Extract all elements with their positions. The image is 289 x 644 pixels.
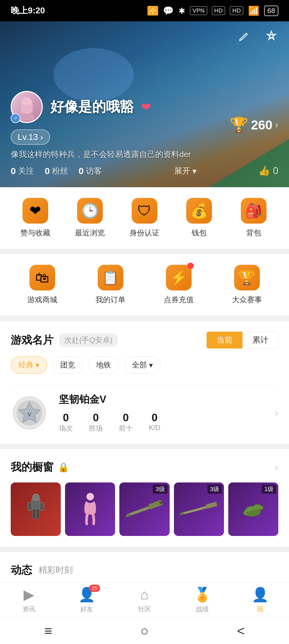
store-icon: 🛍	[35, 270, 49, 286]
rank-stat-games: 0 场次	[59, 412, 73, 433]
news-icon: ▶	[24, 586, 34, 603]
menu-grid-2: 🛍 游戏商城 📋 我的订单 ⚡ 点券充值 🏆 大众赛事	[11, 265, 278, 305]
nav-item-news[interactable]: ▶ 资讯	[0, 582, 58, 617]
like-area[interactable]: 👍 0	[258, 165, 278, 177]
menu-item-store[interactable]: 🛍 游戏商城	[11, 265, 74, 305]
nav-item-friends[interactable]: 15 👤 好友	[58, 582, 116, 617]
svg-rect-16	[149, 500, 163, 509]
mi-icon: 小	[147, 6, 158, 16]
friends-label: 好友	[80, 605, 93, 614]
backpack-icon: 🎒	[245, 203, 263, 219]
vpn-badge: VPN	[190, 6, 207, 15]
menu-item-backpack[interactable]: 🎒 背包	[229, 198, 278, 238]
orders-icon: 📋	[102, 270, 119, 286]
likes-label: 赞与收藏	[20, 228, 50, 238]
friends-badge: 15	[89, 585, 100, 592]
rank-games-label: 场次	[59, 424, 73, 433]
rank-stat-wins: 0 胜场	[89, 412, 103, 433]
community-icon: ⌂	[140, 586, 149, 603]
identity-label: 身份认证	[130, 228, 159, 238]
fans-stat[interactable]: 0 粉丝	[45, 166, 68, 177]
menu-item-wallet[interactable]: 💰 钱包	[174, 198, 224, 238]
follow-count: 0	[11, 166, 16, 176]
home-button[interactable]: ○	[134, 623, 155, 639]
like-count: 0	[273, 165, 278, 177]
hd-badge2: HD	[230, 6, 243, 15]
menu-item-history[interactable]: 🕒 最近浏览	[65, 198, 115, 238]
nav-items: ▶ 资讯 15 👤 好友 ⌂ 社区 🏅 战绩 👤 我	[0, 582, 289, 617]
menu-item-identity[interactable]: 🛡 身份认证	[120, 198, 169, 238]
svg-text:V: V	[28, 411, 32, 418]
filter-all[interactable]: 全部 ▾	[124, 356, 161, 374]
showcase-header: 我的橱窗 🔒 ›	[11, 460, 278, 474]
topup-label: 点券充值	[164, 295, 194, 305]
tab-accumulate[interactable]: 累计	[242, 332, 278, 348]
rank-kd-label: K/D	[149, 424, 160, 432]
tournament-icon-box: 🏆	[234, 265, 260, 290]
history-icon-box: 🕒	[77, 198, 103, 224]
menu-grid-1: ❤ 赞与收藏 🕒 最近浏览 🛡 身份认证 💰 钱包 🎒 背包	[11, 198, 278, 238]
showcase-item-2[interactable]	[65, 482, 115, 536]
level-arrow: ›	[40, 132, 43, 142]
svg-rect-20	[206, 502, 218, 509]
svg-rect-12	[33, 509, 35, 519]
svg-point-9	[33, 494, 39, 500]
hero-user-row: ♂ 好像是的哦豁 ❤	[11, 91, 278, 123]
nav-item-community[interactable]: ⌂ 社区	[116, 582, 173, 617]
filter-classic[interactable]: 经典 ▾	[11, 356, 47, 374]
menu-item-tournament[interactable]: 🏆 大众赛事	[215, 265, 278, 305]
rank-games-val: 0	[59, 412, 73, 424]
hero-stats-row: 0 关注 0 粉丝 0 访客 展开 ▾ 👍 0	[11, 165, 278, 177]
showcase-title: 我的橱窗	[11, 460, 54, 474]
menu-button[interactable]: ≡	[37, 623, 59, 639]
menu-section-1: ❤ 赞与收藏 🕒 最近浏览 🛡 身份认证 💰 钱包 🎒 背包	[0, 187, 289, 249]
level-badge[interactable]: Lv.13 ›	[11, 129, 50, 145]
wallet-label: 钱包	[192, 228, 207, 238]
wallet-icon: 💰	[191, 203, 208, 219]
back-button[interactable]: <	[230, 623, 252, 639]
showcase-item-5[interactable]: 1级	[228, 482, 278, 536]
expand-button[interactable]: 展开 ▾	[174, 166, 196, 177]
identity-icon: 🛡	[138, 203, 151, 219]
like-icon: 👍	[258, 165, 270, 177]
menu-item-orders[interactable]: 📋 我的订单	[79, 265, 142, 305]
nav-item-records[interactable]: 🏅 战绩	[173, 582, 231, 617]
follow-stat[interactable]: 0 关注	[11, 166, 34, 177]
settings-button[interactable]	[262, 27, 281, 46]
showcase-item-1[interactable]	[11, 482, 61, 536]
records-label: 战绩	[196, 605, 209, 614]
edit-button[interactable]	[234, 27, 254, 46]
menu-item-topup[interactable]: ⚡ 点券充值	[147, 265, 210, 305]
me-icon: 👤	[252, 586, 269, 603]
showcase-item-4[interactable]: 3级	[174, 482, 224, 536]
follow-label: 关注	[18, 166, 34, 177]
filter-classic-label: 经典	[18, 360, 33, 370]
rank-info: 坚韧铂金V 0 场次 0 胜场 0 前十 0 K/D	[59, 393, 275, 433]
tournament-icon: 🏆	[238, 270, 256, 286]
filter-team[interactable]: 团竞	[52, 356, 83, 374]
nav-item-me[interactable]: 👤 我	[231, 582, 289, 617]
rank-top10-label: 前十	[119, 424, 133, 433]
avatar-wrap[interactable]: ♂	[11, 91, 43, 123]
rank-row[interactable]: V 坚韧铂金V 0 场次 0 胜场 0 前十 0 K/	[11, 384, 278, 444]
visitors-label: 访客	[86, 166, 102, 177]
rank-name: 坚韧铂金V	[59, 393, 275, 406]
status-icons: 小 💬 ✱ VPN HD HD 📶 68	[147, 5, 278, 16]
backpack-icon-box: 🎒	[241, 198, 267, 224]
gender-icon: ♂	[11, 113, 20, 123]
status-time: 晚上9:20	[11, 5, 45, 17]
orders-label: 我的订单	[96, 295, 126, 305]
lock-icon: 🔒	[58, 462, 69, 473]
showcase-item-3[interactable]: 3级	[119, 482, 169, 536]
tab-current[interactable]: 当前	[207, 332, 242, 348]
filter-row: 经典 ▾ 团竞 地铁 全部 ▾	[11, 356, 278, 374]
topup-badge	[187, 263, 194, 269]
menu-item-likes[interactable]: ❤ 赞与收藏	[11, 198, 60, 238]
filter-subway[interactable]: 地铁	[88, 356, 119, 374]
bottom-nav: ▶ 资讯 15 👤 好友 ⌂ 社区 🏅 战绩 👤 我 ≡ ○ <	[0, 582, 289, 644]
expand-arrow: ▾	[192, 166, 196, 176]
news-label: 资讯	[22, 605, 35, 613]
svg-point-14	[86, 493, 94, 500]
showcase-arrow[interactable]: ›	[275, 461, 278, 473]
visitors-stat[interactable]: 0 访客	[79, 166, 102, 177]
